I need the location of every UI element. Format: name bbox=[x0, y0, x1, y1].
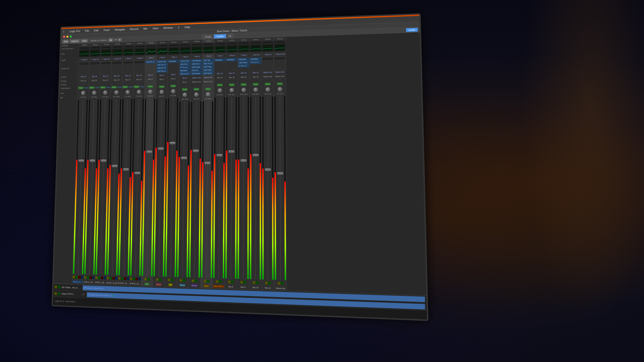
read-button-1[interactable]: Read bbox=[78, 87, 84, 89]
eq-display-13[interactable] bbox=[215, 46, 225, 53]
plugin-slot-10-2[interactable]: UAD SSL 0 bbox=[180, 62, 190, 66]
eq-display-11[interactable] bbox=[192, 46, 202, 53]
mute-button-2[interactable]: M bbox=[84, 276, 86, 279]
track2-solo-button[interactable]: S bbox=[58, 292, 60, 295]
send-label-4[interactable]: Bus 13 bbox=[114, 75, 120, 77]
record-button-1[interactable]: R bbox=[78, 276, 80, 278]
mute-button-12[interactable]: M bbox=[204, 280, 206, 282]
setting-row-10[interactable]: Setting bbox=[180, 40, 191, 44]
pan-knob-15[interactable] bbox=[241, 87, 246, 92]
input-monitor-button-5[interactable]: I bbox=[126, 277, 129, 280]
eq-row-12[interactable] bbox=[202, 45, 214, 54]
setting-row-17[interactable]: Setting bbox=[262, 37, 274, 41]
fader-handle-1[interactable] bbox=[78, 160, 84, 162]
plugin-slot-15-3[interactable]: FF Pro-C 2 bbox=[238, 64, 249, 67]
solo-button-12[interactable]: S bbox=[206, 280, 209, 283]
plugin-slot-15-2[interactable]: UAD Helios bbox=[238, 61, 249, 64]
plugin-slot-13-1[interactable]: FilterBank bbox=[214, 58, 226, 61]
record-button-2[interactable]: R bbox=[90, 276, 92, 279]
plugin-slot-empty-2[interactable] bbox=[90, 62, 100, 65]
read-button-12[interactable]: Read bbox=[205, 88, 211, 90]
solo-button-9[interactable]: S bbox=[171, 279, 174, 281]
plugin-slot-10-5[interactable]: UAD UA 117 bbox=[180, 72, 190, 75]
mute-button-11[interactable]: M bbox=[192, 279, 194, 282]
fader-handle-15[interactable] bbox=[240, 159, 246, 162]
fader-track-18[interactable] bbox=[276, 96, 284, 280]
read-button-8[interactable]: Read bbox=[159, 85, 164, 88]
mute-button-8[interactable]: M bbox=[156, 278, 159, 281]
send-label-5[interactable]: Bus 13 bbox=[125, 75, 131, 77]
output-label-16[interactable]: Bus 14 bbox=[253, 76, 258, 78]
setting-row-2[interactable]: Setting bbox=[90, 43, 101, 46]
solo-button-6[interactable]: S bbox=[132, 277, 135, 280]
plugin-slot-11-2[interactable]: UAD SSL 0 bbox=[191, 62, 202, 65]
eq-row-11[interactable] bbox=[191, 46, 202, 54]
read-button-4[interactable]: Read bbox=[111, 86, 117, 88]
record-button-3[interactable]: R bbox=[101, 276, 104, 279]
pan-knob-9[interactable] bbox=[171, 89, 176, 93]
mute-button-4[interactable]: M bbox=[106, 277, 109, 279]
eq-row-16[interactable] bbox=[250, 44, 262, 53]
plugin-slot-empty-3[interactable] bbox=[101, 61, 111, 64]
eq-row-14[interactable] bbox=[226, 45, 238, 53]
menu-window[interactable]: Window bbox=[162, 25, 174, 30]
input-label-9[interactable]: Bus 3 bbox=[172, 56, 177, 58]
fader-handle-3[interactable] bbox=[101, 160, 106, 162]
eq-display-8[interactable] bbox=[157, 48, 167, 54]
fader-handle-12[interactable] bbox=[204, 162, 210, 164]
fader-handle-6[interactable] bbox=[134, 172, 140, 174]
setting-row-11[interactable]: Setting bbox=[191, 39, 202, 43]
eq-display-5[interactable] bbox=[124, 49, 133, 55]
solo-button-1[interactable]: S bbox=[75, 276, 78, 278]
eq-row-5[interactable] bbox=[123, 48, 134, 56]
eq-row-17[interactable] bbox=[262, 44, 274, 52]
send-label-15[interactable]: Bus 14 bbox=[241, 72, 246, 74]
menu-navigate[interactable]: Navigate bbox=[114, 27, 126, 32]
input-label-10[interactable]: Bus 4 bbox=[184, 56, 188, 58]
send-label-17[interactable]: Stereo Out bbox=[263, 71, 272, 73]
maximize-button[interactable] bbox=[70, 35, 72, 37]
plugin-slot-16-1[interactable]: FilterBank bbox=[250, 57, 261, 61]
solo-button-14[interactable]: S bbox=[231, 280, 234, 283]
setting-row-18[interactable]: Setting bbox=[274, 37, 286, 41]
read-button-15[interactable]: Read bbox=[241, 83, 247, 86]
eq-row-9[interactable] bbox=[168, 46, 180, 55]
setting-row-4[interactable]: Setting bbox=[112, 42, 123, 46]
read-button-9[interactable]: Read bbox=[170, 85, 176, 87]
pan-knob-2[interactable] bbox=[92, 90, 96, 95]
read-button-2[interactable]: Read bbox=[89, 86, 94, 89]
eq-row-6[interactable] bbox=[134, 48, 145, 56]
solo-button-17[interactable]: S bbox=[268, 282, 271, 284]
plugin-slot-11-1[interactable]: UAD Manley bbox=[191, 59, 202, 62]
plugin-slot-11-5[interactable]: UAD Studer bbox=[191, 72, 202, 75]
fader-handle-10[interactable] bbox=[181, 157, 187, 159]
input-label-5[interactable]: Input 3 bbox=[126, 57, 132, 59]
plugin-slot-16-2[interactable]: FF Pro-C 2 bbox=[250, 61, 261, 64]
input-label-12[interactable]: Bus 6 bbox=[207, 55, 212, 57]
menu-help[interactable]: Help bbox=[184, 25, 191, 29]
read-button-18[interactable]: Read bbox=[277, 82, 283, 85]
plugin-slot-empty-17[interactable] bbox=[262, 57, 273, 60]
plugin-slot-10-1[interactable]: Channel EQ bbox=[180, 59, 190, 62]
setting-row-7[interactable]: Setting bbox=[146, 41, 157, 45]
input-label-8[interactable]: Bus 2 bbox=[161, 56, 165, 58]
mute-button-13[interactable]: M bbox=[216, 280, 218, 283]
output-label-9[interactable]: Bus 5 bbox=[171, 78, 176, 80]
track2-mute-button[interactable]: M bbox=[54, 292, 57, 295]
read-button-17[interactable]: Read bbox=[265, 83, 271, 85]
send-label-9[interactable]: Bus 5 bbox=[171, 73, 176, 75]
mute-button-7[interactable]: M bbox=[144, 278, 147, 281]
input-label-11[interactable]: Bus 5 bbox=[196, 55, 200, 57]
setting-row-6[interactable]: Setting bbox=[134, 41, 145, 45]
options-button[interactable]: Options bbox=[70, 39, 80, 43]
setting-row-1[interactable]: Setting bbox=[79, 43, 90, 47]
input-label-4[interactable]: Input 12 bbox=[115, 57, 121, 59]
solo-button-2[interactable]: S bbox=[86, 276, 89, 279]
plugin-slot-12-3[interactable]: UAD Pultec bbox=[203, 65, 214, 68]
plugin-slot-12-5[interactable]: UAD Studer bbox=[203, 71, 214, 75]
read-button-3[interactable]: Read bbox=[100, 86, 106, 89]
output-label-6[interactable]: Bus 13 bbox=[136, 78, 142, 80]
output-label-8[interactable]: Bus 5 bbox=[160, 78, 164, 80]
plugin-slot-14-1[interactable]: FilterBank bbox=[226, 58, 238, 61]
read-button-6[interactable]: Read bbox=[134, 85, 139, 88]
